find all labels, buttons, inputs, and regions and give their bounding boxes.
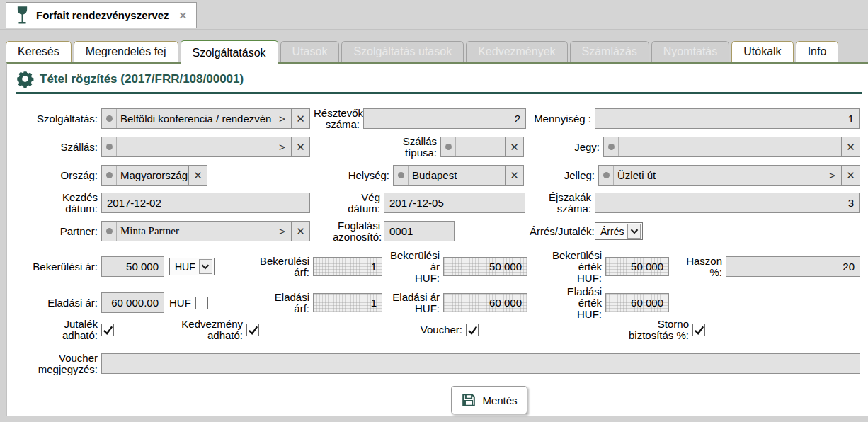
eladasi-ar-currency-label: HUF	[169, 297, 191, 309]
storno-biztositas-checkbox[interactable]	[692, 324, 705, 336]
field-label-jegy: Jegy:	[563, 142, 603, 153]
partner-lookup-field[interactable]: Minta Partner > ✕	[101, 221, 310, 241]
field-label-jutalek-adhato: Jutalék adható:	[0, 319, 101, 341]
item-entry-form: Tétel rögzítés (2017/FRR/108/00001) Szol…	[0, 0, 868, 422]
field-label-szallas: Szállás:	[0, 142, 101, 153]
field-label-voucher: Voucher:	[365, 324, 466, 336]
field-label-veg-datum: Vég dátum:	[333, 192, 384, 215]
save-floppy-icon	[461, 392, 476, 408]
field-label-szallas-tipusa: Szállás típusa:	[389, 136, 440, 159]
szolgaltatas-clear-icon[interactable]: ✕	[291, 109, 309, 128]
field-label-eladasi-ar-huf: Eladási ár HUF:	[389, 292, 443, 314]
bullet-icon	[441, 137, 456, 156]
helyseg-lookup-field[interactable]: Budapest ✕	[393, 165, 524, 186]
field-label-bekerulesi-arf: Bekerülési árf:	[258, 256, 313, 278]
field-label-kezdes-datum: Kezdés dátum:	[0, 192, 101, 215]
field-label-storno-biztositas: Storno biztosítás %:	[591, 319, 692, 341]
jelleg-lookup-field[interactable]: Üzleti út > ✕	[598, 165, 860, 186]
save-button-label: Mentés	[482, 394, 517, 406]
kedvezmeny-adhato-checkbox[interactable]	[246, 324, 259, 336]
field-label-jelleg: Jelleg:	[531, 170, 598, 181]
helyseg-clear-icon[interactable]: ✕	[505, 166, 523, 185]
kezdes-datum-input[interactable]: 2017-12-02	[101, 193, 310, 213]
orszag-lookup-field[interactable]: Magyarország ✕	[101, 165, 207, 186]
ejszakak-input[interactable]: 3	[595, 193, 860, 213]
arres-jutalek-select[interactable]: Árrés	[595, 222, 643, 240]
bullet-icon	[102, 109, 117, 128]
szallas-tipusa-clear-icon[interactable]: ✕	[505, 137, 523, 156]
resztevok-input[interactable]: 2	[363, 108, 526, 129]
foglalasi-azonosito-input[interactable]: 0001	[384, 221, 455, 241]
field-label-voucher-megjegyzes: Voucher megjegyzés:	[0, 353, 101, 375]
jegy-lookup-field[interactable]: ✕	[603, 137, 860, 157]
eladasi-arf-field: 1	[313, 293, 382, 312]
haszon-input[interactable]: 20	[726, 256, 860, 277]
field-label-bekerulesi-ertek-huf: Bekerülési érték HUF:	[545, 250, 605, 284]
field-label-resztevok: Résztevők száma:	[314, 108, 363, 130]
bekerulesi-ar-huf-field: 50 000	[443, 257, 527, 276]
jelleg-value[interactable]: Üzleti út	[614, 166, 823, 185]
bullet-icon	[102, 166, 117, 185]
szallas-value[interactable]	[117, 137, 273, 156]
veg-datum-input[interactable]: 2017-12-05	[384, 193, 525, 213]
eladasi-ar-huf-field: 60 000	[443, 293, 527, 312]
bullet-icon	[102, 137, 117, 156]
field-label-partner: Partner:	[0, 226, 101, 237]
jelleg-clear-icon[interactable]: ✕	[841, 166, 860, 185]
field-label-foglalasi: Foglalási azonosító:	[333, 220, 384, 243]
jegy-value[interactable]	[619, 137, 841, 156]
currency-selected-value: HUF	[175, 261, 195, 273]
bekerulesi-ertek-huf-field: 50 000	[605, 257, 669, 276]
szallas-picker-icon[interactable]: >	[273, 137, 291, 156]
field-label-eladasi-ar: Eladási ár:	[0, 297, 101, 309]
szallas-tipusa-value[interactable]	[456, 137, 505, 156]
eladasi-ertek-huf-field: 60 000	[605, 293, 669, 312]
mennyiseg-input[interactable]: 1	[595, 108, 860, 129]
szolgaltatas-lookup-field[interactable]: Belföldi konferencia / rendezvén > ✕	[101, 108, 310, 129]
helyseg-value[interactable]: Budapest	[409, 166, 505, 185]
szallas-clear-icon[interactable]: ✕	[291, 137, 309, 156]
field-label-szolgaltatas: Szolgáltatás:	[0, 113, 101, 125]
field-label-kedvezmeny-adhato: Kedvezmény adható:	[145, 319, 246, 341]
orszag-value[interactable]: Magyarország	[117, 166, 188, 185]
chevron-down-icon	[627, 224, 641, 239]
field-label-arres-jutalek: Árrés/Jutalék:	[530, 226, 595, 237]
jelleg-picker-icon[interactable]: >	[823, 166, 841, 185]
chevron-down-icon	[199, 259, 212, 274]
field-label-mennyiseg: Mennyiség :	[530, 113, 595, 125]
arres-jutalek-selected-value: Árrés	[600, 226, 624, 237]
voucher-checkbox[interactable]	[466, 324, 479, 336]
bekerulesi-arf-field: 1	[313, 257, 382, 276]
szolgaltatas-value[interactable]: Belföldi konferencia / rendezvén	[117, 109, 273, 128]
voucher-megjegyzes-input[interactable]	[101, 353, 860, 374]
bekerulesi-ar-currency-select[interactable]: HUF	[169, 258, 215, 275]
orszag-clear-icon[interactable]: ✕	[188, 166, 207, 185]
bullet-icon	[102, 222, 117, 241]
szolgaltatas-picker-icon[interactable]: >	[273, 109, 291, 128]
title-divider	[16, 92, 862, 94]
szallas-lookup-field[interactable]: > ✕	[101, 137, 310, 157]
eladasi-ar-currency-checkbox[interactable]	[195, 297, 208, 309]
save-button[interactable]: Mentés	[451, 386, 527, 414]
partner-value[interactable]: Minta Partner	[117, 222, 273, 241]
field-label-helyseg: Helység:	[347, 170, 393, 181]
gear-icon	[16, 69, 35, 89]
bullet-icon	[604, 137, 619, 156]
partner-clear-icon[interactable]: ✕	[291, 222, 309, 241]
bullet-icon	[394, 166, 409, 185]
field-label-ejszakak: Éjszakák száma:	[530, 192, 595, 215]
partner-picker-icon[interactable]: >	[273, 222, 291, 241]
field-label-eladasi-ertek-huf: Eladási érték HUF:	[545, 286, 605, 320]
field-label-bekerulesi-ar-huf: Bekerülési ár HUF:	[389, 250, 443, 284]
field-label-orszag: Ország:	[0, 170, 101, 181]
field-label-haszon: Haszon %:	[671, 256, 726, 278]
szallas-tipusa-lookup-field[interactable]: ✕	[440, 137, 524, 157]
eladasi-ar-input[interactable]: 60 000.00	[101, 292, 164, 313]
bekerulesi-ar-input[interactable]: 50 000	[101, 256, 164, 277]
jutalek-adhato-checkbox[interactable]	[101, 324, 114, 336]
field-label-bekerulesi-ar: Bekerülési ár:	[0, 261, 101, 273]
field-label-eladasi-arf: Eladási árf:	[258, 292, 313, 314]
jegy-clear-icon[interactable]: ✕	[841, 137, 860, 156]
app-window: Forfait rendezvényszervez ✕ Keresés Megr…	[0, 0, 868, 422]
page-title: Tétel rögzítés (2017/FRR/108/00001)	[40, 72, 244, 86]
